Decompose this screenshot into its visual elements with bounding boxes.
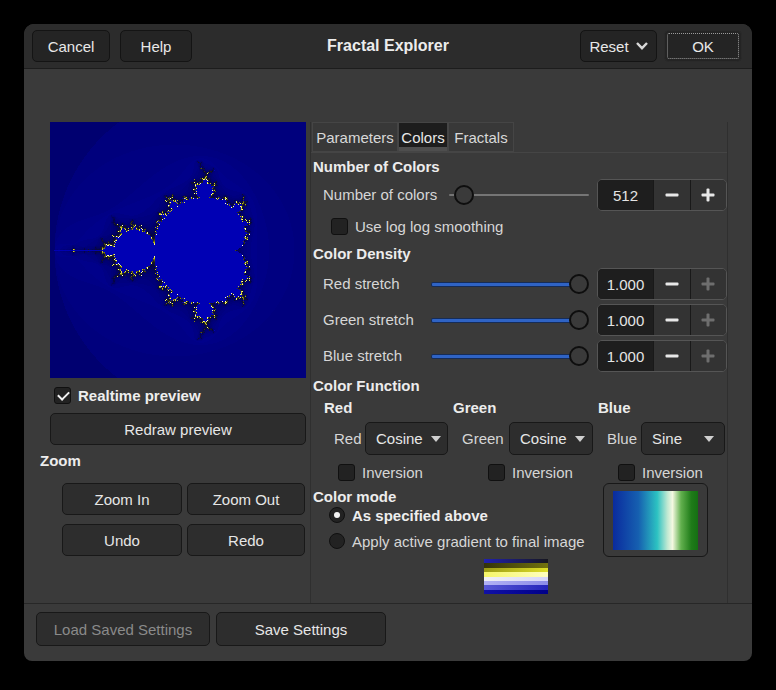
save-settings-button[interactable]: Save Settings [216, 612, 386, 646]
color-mode-as-specified-radio[interactable]: As specified above [329, 506, 488, 524]
number-of-colors-entry[interactable]: 512 [598, 180, 654, 210]
reset-button[interactable]: Reset [580, 30, 657, 62]
dropdown-arrow-icon [704, 436, 714, 442]
red-inversion-label: Inversion [362, 464, 423, 481]
chevron-down-icon [636, 42, 648, 50]
zoom-section-label: Zoom [40, 452, 81, 469]
red-function-dropdown[interactable]: Cosine [365, 422, 448, 455]
blue-function-label: Blue [607, 422, 637, 456]
slider-fill [431, 354, 579, 359]
blue-function-value: Sine [652, 430, 682, 447]
undo-button[interactable]: Undo [62, 524, 182, 556]
realtime-preview-label: Realtime preview [78, 387, 201, 404]
slider-fill [431, 318, 579, 323]
tab-parameters[interactable]: Parameters [312, 122, 398, 152]
red-column-header: Red [324, 399, 352, 416]
decrement-button[interactable] [654, 269, 690, 299]
blue-column-header: Blue [598, 399, 631, 416]
gradient-preview [613, 491, 698, 550]
red-inversion-checkbox[interactable]: Inversion [338, 464, 423, 481]
decrement-button[interactable] [654, 305, 690, 335]
red-function-value: Cosine [376, 430, 423, 447]
green-stretch-row: Green stretch 1.000 [311, 304, 727, 336]
blue-stretch-label: Blue stretch [323, 340, 402, 372]
load-saved-settings-button: Load Saved Settings [36, 612, 210, 646]
checkbox-box [338, 464, 355, 481]
green-column-header: Green [453, 399, 496, 416]
apply-gradient-label: Apply active gradient to final image [352, 533, 585, 550]
log-log-smoothing-label: Use log log smoothing [355, 218, 503, 235]
blue-stretch-entry[interactable]: 1.000 [598, 341, 654, 371]
colormap-preview [484, 559, 548, 594]
checkbox-box [618, 464, 635, 481]
green-stretch-label: Green stretch [323, 304, 414, 336]
increment-button [690, 269, 727, 299]
fractal-explorer-dialog: Cancel Help Fractal Explorer Reset OK Re… [24, 24, 752, 661]
blue-stretch-slider[interactable] [431, 340, 589, 372]
tab-fractals[interactable]: Fractals [448, 122, 514, 152]
increment-button[interactable] [690, 180, 727, 210]
number-of-colors-slider[interactable] [449, 179, 589, 211]
section-color-density: Color Density [313, 245, 411, 262]
gradient-preview-button[interactable] [603, 483, 708, 557]
realtime-preview-checkbox[interactable]: Realtime preview [54, 386, 201, 404]
blue-inversion-label: Inversion [642, 464, 703, 481]
screen: Cancel Help Fractal Explorer Reset OK Re… [0, 0, 776, 690]
red-stretch-entry[interactable]: 1.000 [598, 269, 654, 299]
dropdown-arrow-icon [575, 436, 585, 442]
tab-colors[interactable]: Colors [398, 122, 448, 152]
green-inversion-label: Inversion [512, 464, 573, 481]
number-of-colors-row: Number of colors 512 [311, 179, 727, 211]
slider-fill [431, 282, 579, 287]
reset-label: Reset [589, 38, 628, 55]
zoom-in-button[interactable]: Zoom In [62, 483, 182, 515]
decrement-button[interactable] [654, 341, 690, 371]
fractal-preview[interactable] [50, 122, 306, 378]
blue-stretch-row: Blue stretch 1.000 [311, 340, 727, 372]
radio-circle [329, 533, 345, 549]
slider-handle[interactable] [569, 310, 589, 330]
log-log-smoothing-checkbox[interactable]: Use log log smoothing [331, 218, 503, 235]
titlebar: Cancel Help Fractal Explorer Reset OK [24, 24, 752, 69]
section-number-of-colors: Number of Colors [313, 158, 440, 175]
footer-separator [24, 603, 752, 604]
redo-button[interactable]: Redo [187, 524, 305, 556]
green-stretch-entry[interactable]: 1.000 [598, 305, 654, 335]
dropdown-arrow-icon [431, 436, 441, 442]
blue-stretch-spin: 1.000 [597, 340, 727, 372]
section-color-mode: Color mode [313, 488, 396, 505]
checkbox-box [331, 218, 348, 235]
green-function-dropdown[interactable]: Cosine [509, 422, 593, 455]
slider-handle[interactable] [454, 185, 474, 205]
slider-handle[interactable] [569, 346, 589, 366]
green-stretch-slider[interactable] [431, 304, 589, 336]
section-color-function: Color Function [313, 377, 420, 394]
redraw-preview-button[interactable]: Redraw preview [50, 413, 306, 445]
number-of-colors-label: Number of colors [323, 179, 437, 211]
number-of-colors-spin: 512 [597, 179, 727, 211]
ok-button[interactable]: OK [664, 30, 742, 62]
red-stretch-slider[interactable] [431, 268, 589, 300]
zoom-out-button[interactable]: Zoom Out [187, 483, 305, 515]
tab-bar: Parameters Colors Fractals [311, 122, 727, 153]
blue-inversion-checkbox[interactable]: Inversion [618, 464, 703, 481]
red-stretch-spin: 1.000 [597, 268, 727, 300]
red-function-label: Red [334, 422, 362, 456]
notebook-panel: Parameters Colors Fractals Number of Col… [310, 122, 728, 603]
slider-handle[interactable] [569, 274, 589, 294]
checkbox-box [488, 464, 505, 481]
radio-circle [329, 507, 345, 523]
green-inversion-checkbox[interactable]: Inversion [488, 464, 573, 481]
color-mode-gradient-radio[interactable]: Apply active gradient to final image [329, 532, 585, 550]
red-stretch-row: Red stretch 1.000 [311, 268, 727, 300]
green-function-value: Cosine [520, 430, 567, 447]
green-stretch-spin: 1.000 [597, 304, 727, 336]
increment-button [690, 305, 727, 335]
checkbox-box [54, 387, 71, 404]
green-function-label: Green [462, 422, 504, 456]
increment-button [690, 341, 727, 371]
colormap-row [484, 590, 548, 594]
blue-function-dropdown[interactable]: Sine [641, 422, 725, 455]
decrement-button[interactable] [654, 180, 690, 210]
red-stretch-label: Red stretch [323, 268, 400, 300]
